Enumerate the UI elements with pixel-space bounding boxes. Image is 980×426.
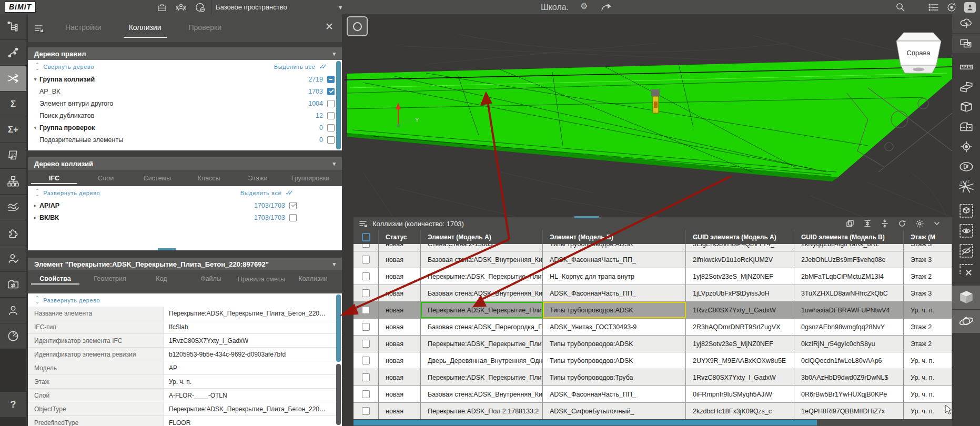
row-checkbox[interactable]: [362, 289, 370, 297]
search-icon[interactable]: [895, 2, 905, 12]
app-logo[interactable]: BiMiT: [5, 2, 36, 13]
rules-tree-scrollbar[interactable]: [336, 61, 341, 149]
table-row[interactable]: новаяДверь_Деревянная_Внутренняя_Однопол…: [353, 352, 952, 369]
expand-tree-link[interactable]: ⌃⌄ Развернуть дерево: [35, 189, 100, 197]
tree-item[interactable]: Элемент внтури другого 1004: [28, 97, 342, 109]
gear-icon[interactable]: ⚙: [580, 1, 588, 11]
table-row-selected[interactable]: новая Перекрытие:ADSK_Перекрытие_Плита_Б…: [353, 302, 952, 319]
col-element-a[interactable]: Элемент (Модель A): [421, 230, 543, 244]
row-checkbox[interactable]: [362, 373, 370, 381]
tab-collisions-element[interactable]: Коллизии: [287, 270, 339, 287]
tree-item[interactable]: Подозрительные элементы 0: [28, 134, 342, 146]
row-checkbox[interactable]: [362, 244, 370, 248]
close-icon[interactable]: ✕: [325, 21, 334, 33]
table-row[interactable]: новаяБазовая стена:ADSK_Внутренняя_Кирпи…: [353, 386, 952, 403]
table-row[interactable]: новаяБазовая стена:ADSK_Внутренняя_Кирпи…: [353, 251, 952, 268]
clear-selection-box-icon[interactable]: [952, 261, 980, 280]
tab-code[interactable]: Код: [137, 270, 186, 287]
col-status[interactable]: Статус: [379, 230, 421, 244]
select-all-link[interactable]: Выделить всё ✓✓: [274, 63, 327, 70]
section-planes-icon[interactable]: [952, 77, 980, 96]
table-row[interactable]: новаяПерекрытие:ADSK_Перекрытие_Плита_Бе…: [353, 336, 952, 352]
copy-icon[interactable]: [846, 219, 854, 228]
folder-transfer-icon[interactable]: [0, 272, 26, 297]
rules-tree-header[interactable]: Дерево правил ▾: [28, 47, 342, 60]
chevron-down-icon[interactable]: ▼: [338, 4, 343, 11]
scene-layers-icon[interactable]: [952, 34, 980, 53]
unfold-box-icon[interactable]: [952, 97, 980, 116]
tree-checkbox-checked-gray[interactable]: [289, 202, 297, 209]
panel-resize-handle[interactable]: [158, 248, 176, 250]
fit-height-icon[interactable]: [863, 219, 872, 228]
table-row[interactable]: новаяПерекрытие:ADSK_Перекрытие_Плита_Бе…: [353, 268, 952, 285]
tree-item[interactable]: Поиск дубликатов 12: [28, 109, 342, 121]
table-row[interactable]: новая Стена:Стена:2-15663 Типы трубопров…: [353, 244, 952, 251]
tree-item[interactable]: ▸АР/АР 1703/1703: [28, 199, 342, 211]
flag-ellipse-icon[interactable]: [952, 157, 980, 176]
row-checkbox[interactable]: [362, 256, 370, 263]
row-checkbox[interactable]: [362, 407, 370, 415]
tree-item[interactable]: ▸ВК/ВК 1703/1703: [28, 211, 342, 224]
team-icon[interactable]: [173, 2, 189, 13]
tree-checkbox[interactable]: [327, 112, 335, 119]
table-menu-icon[interactable]: [359, 219, 368, 228]
ruler-icon[interactable]: [952, 57, 980, 76]
orbit-icon[interactable]: [952, 310, 980, 333]
org-chart-icon[interactable]: [0, 169, 26, 194]
tab-systems[interactable]: Системы: [131, 170, 184, 186]
connections-icon[interactable]: [0, 40, 26, 65]
tab-collisions[interactable]: Коллизии: [129, 23, 161, 34]
tab-estimate-rules[interactable]: Правила сметы: [236, 270, 287, 288]
tree-checkbox[interactable]: [327, 136, 335, 144]
help-icon[interactable]: ?: [0, 392, 26, 417]
element-section-header[interactable]: Элемент "Перекрытие:ADSK_Перекрытие_Плит…: [28, 258, 342, 270]
tree-environment-icon[interactable]: [952, 14, 980, 33]
collision-tree-header[interactable]: Дерево коллизий ▾: [28, 157, 342, 170]
hierarchy-tree-icon[interactable]: [0, 14, 26, 39]
gauge-icon[interactable]: [0, 323, 26, 349]
col-element-b[interactable]: Элемент (Модель B): [543, 230, 686, 244]
refresh-icon[interactable]: [898, 219, 906, 228]
show-box-icon[interactable]: [952, 221, 980, 240]
table-hscrollbar[interactable]: [353, 419, 952, 426]
row-checkbox[interactable]: [362, 272, 370, 280]
tree-item[interactable]: ▾Группа проверок 0: [28, 121, 342, 134]
workspace-selector[interactable]: Базовое пространство: [216, 3, 287, 11]
row-checkbox[interactable]: [362, 340, 370, 348]
tree-checkbox[interactable]: [327, 100, 335, 107]
tab-files[interactable]: Файлы: [186, 270, 236, 287]
tree-checkbox-indeterminate[interactable]: [327, 76, 335, 83]
col-guid-a[interactable]: GUID элемента (Модель A): [686, 230, 794, 244]
expand-tree-link[interactable]: ⌃⌄ Развернуть дерево: [35, 297, 100, 304]
tab-properties[interactable]: Свойства: [28, 270, 83, 287]
plugin-puzzle-icon[interactable]: [0, 220, 26, 246]
sum-icon[interactable]: Σ: [0, 92, 26, 117]
focus-target-icon[interactable]: [952, 137, 980, 156]
solid-cube-icon[interactable]: [952, 286, 980, 309]
tab-settings[interactable]: Настройки: [65, 23, 102, 34]
collisions-tool-icon[interactable]: [0, 66, 26, 91]
avatar-icon[interactable]: [964, 2, 976, 13]
sum-plus-icon[interactable]: Σ+: [0, 117, 26, 143]
capture-view-button[interactable]: [347, 16, 368, 36]
doc-2d-icon[interactable]: 2D: [0, 143, 26, 168]
globe-user-icon[interactable]: [192, 2, 208, 13]
collapse-tree-link[interactable]: ⌃⌄ Свернуть дерево: [35, 63, 94, 70]
panel-menu-icon[interactable]: [34, 24, 44, 33]
table-row[interactable]: новаяПерекрытие:ADSK_Перекрытие_Плита_Бе…: [353, 369, 952, 386]
row-checkbox[interactable]: [362, 390, 370, 398]
chart-check-icon[interactable]: [0, 195, 26, 220]
tree-checkbox[interactable]: [327, 124, 335, 131]
row-checkbox[interactable]: [362, 306, 370, 314]
select-all-link[interactable]: Выделить всё ✓✓: [240, 189, 294, 197]
chevron-down-icon[interactable]: [933, 220, 941, 227]
share-icon[interactable]: [601, 3, 612, 12]
tree-item[interactable]: АР_ВК 1703: [28, 85, 342, 97]
grid-axes-icon[interactable]: 12: [952, 177, 980, 196]
floorplan-section-icon[interactable]: [952, 117, 980, 136]
briefcase-icon[interactable]: [154, 2, 170, 13]
select-all-checkbox[interactable]: [362, 233, 370, 241]
tab-layers[interactable]: Слои: [80, 170, 131, 186]
tab-ifc[interactable]: IFC: [28, 170, 80, 186]
tab-classes[interactable]: Классы: [184, 170, 234, 186]
